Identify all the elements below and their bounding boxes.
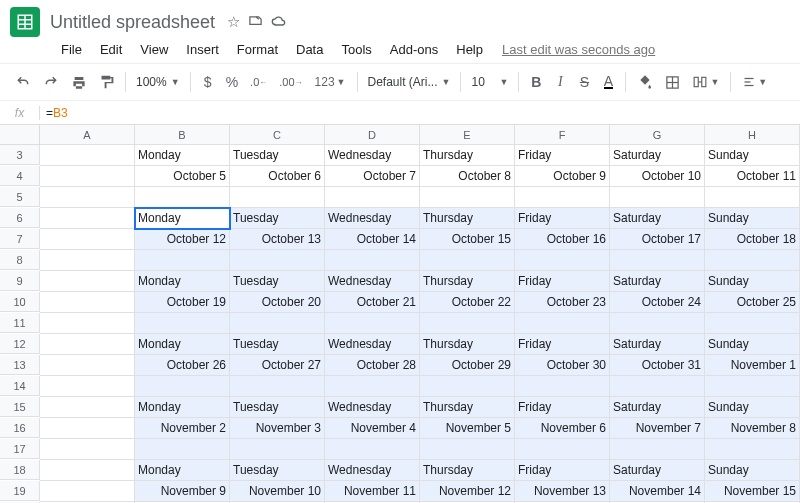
cell[interactable]: Thursday [420,271,515,292]
row-header[interactable]: 7 [0,229,40,249]
row-header[interactable]: 17 [0,439,40,459]
cell[interactable] [40,355,135,376]
cell[interactable] [420,376,515,397]
cell[interactable]: October 23 [515,292,610,313]
cell[interactable]: Friday [515,145,610,166]
cell[interactable]: October 25 [705,292,800,313]
cell[interactable]: Thursday [420,397,515,418]
row-header[interactable]: 16 [0,418,40,438]
cell[interactable]: Saturday [610,460,705,481]
cell[interactable]: November 9 [135,481,230,502]
cell[interactable]: Sunday [705,145,800,166]
cell[interactable] [135,376,230,397]
menu-data[interactable]: Data [289,40,330,59]
strike-button[interactable]: S [573,70,595,94]
sheets-logo[interactable] [10,7,40,37]
cell[interactable]: October 7 [325,166,420,187]
row-header[interactable]: 13 [0,355,40,375]
column-header[interactable]: C [230,125,325,145]
cell[interactable]: Sunday [705,397,800,418]
cell[interactable]: October 6 [230,166,325,187]
font-select[interactable]: Default (Ari...▼ [364,75,455,89]
cell[interactable] [40,292,135,313]
decrease-decimal-button[interactable]: .0← [245,72,272,92]
row-header[interactable]: 18 [0,460,40,480]
cell[interactable]: November 2 [135,418,230,439]
cell[interactable]: Tuesday [230,208,325,229]
cell[interactable] [705,439,800,460]
cell[interactable]: Monday [135,271,230,292]
column-header[interactable]: G [610,125,705,145]
row-header[interactable]: 4 [0,166,40,186]
cell[interactable] [40,397,135,418]
menu-format[interactable]: Format [230,40,285,59]
menu-insert[interactable]: Insert [179,40,226,59]
cell[interactable]: Monday [135,334,230,355]
row-header[interactable]: 14 [0,376,40,396]
cell[interactable]: Wednesday [325,271,420,292]
zoom-select[interactable]: 100%▼ [132,75,184,89]
borders-button[interactable] [660,71,685,94]
menu-view[interactable]: View [133,40,175,59]
doc-title[interactable]: Untitled spreadsheet [50,12,215,33]
cell[interactable]: October 20 [230,292,325,313]
cell[interactable] [230,187,325,208]
cell[interactable]: November 11 [325,481,420,502]
cell[interactable] [515,439,610,460]
row-header[interactable]: 8 [0,250,40,270]
cell[interactable] [420,313,515,334]
cell[interactable] [420,439,515,460]
text-color-button[interactable]: A [597,71,619,93]
undo-button[interactable] [10,71,36,93]
cell[interactable] [705,376,800,397]
cell[interactable] [40,208,135,229]
cell[interactable]: November 8 [705,418,800,439]
cell[interactable]: Tuesday [230,460,325,481]
cell[interactable]: Wednesday [325,145,420,166]
cell[interactable]: October 12 [135,229,230,250]
cell[interactable]: Saturday [610,397,705,418]
cell[interactable]: October 18 [705,229,800,250]
cell[interactable]: Saturday [610,208,705,229]
cell[interactable] [40,229,135,250]
align-button[interactable]: ▼ [737,72,772,92]
cell[interactable] [40,439,135,460]
number-format-button[interactable]: 123▼ [310,71,351,93]
column-header[interactable]: H [705,125,800,145]
cell[interactable]: October 8 [420,166,515,187]
cell[interactable]: November 7 [610,418,705,439]
cell[interactable] [325,313,420,334]
cell[interactable]: October 11 [705,166,800,187]
cell[interactable]: Monday [135,460,230,481]
cell[interactable]: November 1 [705,355,800,376]
cell[interactable]: Saturday [610,271,705,292]
cell[interactable]: November 12 [420,481,515,502]
cell[interactable] [705,313,800,334]
cell[interactable]: Sunday [705,334,800,355]
cell[interactable] [420,187,515,208]
cell[interactable] [40,166,135,187]
column-header[interactable]: E [420,125,515,145]
print-button[interactable] [66,71,92,94]
cell[interactable]: November 4 [325,418,420,439]
menu-help[interactable]: Help [449,40,490,59]
cell[interactable] [325,439,420,460]
cell[interactable]: Friday [515,397,610,418]
row-header[interactable]: 12 [0,334,40,354]
cell[interactable]: October 5 [135,166,230,187]
cell[interactable]: Tuesday [230,145,325,166]
cell[interactable]: October 30 [515,355,610,376]
currency-button[interactable]: $ [197,70,219,94]
cell[interactable]: November 15 [705,481,800,502]
cell[interactable]: October 17 [610,229,705,250]
fill-color-button[interactable] [632,70,658,94]
menu-addons[interactable]: Add-ons [383,40,445,59]
column-header[interactable]: B [135,125,230,145]
redo-button[interactable] [38,71,64,93]
cell[interactable] [610,313,705,334]
star-icon[interactable]: ☆ [227,13,240,31]
cell[interactable] [420,250,515,271]
last-edit-link[interactable]: Last edit was seconds ago [502,42,655,57]
column-header[interactable]: D [325,125,420,145]
column-header[interactable]: F [515,125,610,145]
